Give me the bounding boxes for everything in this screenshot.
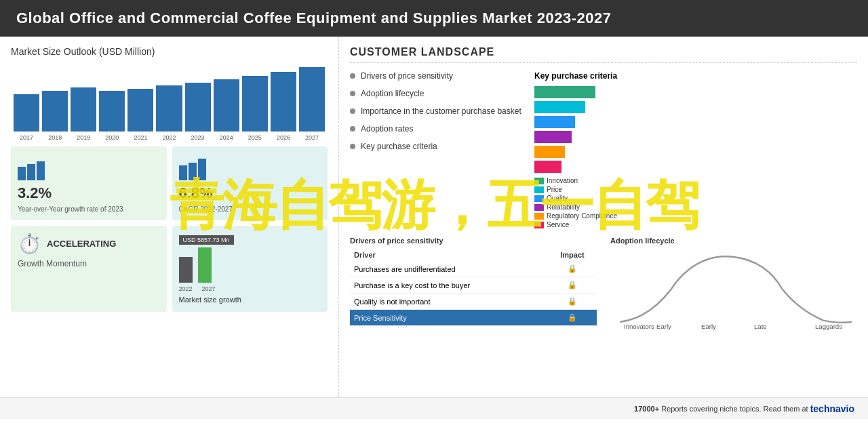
driver-text: Quality is not important bbox=[354, 298, 552, 306]
legend-item-1: Price bbox=[534, 186, 857, 193]
bar-2021 bbox=[127, 89, 153, 132]
bar-2020 bbox=[99, 91, 125, 132]
header-impact: Impact bbox=[552, 251, 593, 259]
driver-text: Purchases are undifferentiated bbox=[354, 265, 552, 273]
criteria-text: Key purchase criteria bbox=[361, 142, 437, 151]
adoption-label-early-majority: Early bbox=[701, 323, 716, 330]
accel-top: ⏱️ ACCELERATING bbox=[18, 233, 116, 255]
year-2022: 2022 bbox=[179, 285, 193, 292]
svg-text:Majority: Majority bbox=[754, 329, 777, 330]
market-box: USD 5857.73 Mn 2022 2027 Market size gro… bbox=[172, 226, 328, 312]
bar-label-2026: 2026 bbox=[271, 134, 296, 141]
impact-lock: 🔒 bbox=[552, 313, 593, 322]
header-driver: Driver bbox=[354, 251, 552, 259]
criteria-item-3: Adoption rates bbox=[350, 124, 526, 134]
adoption-curve: Innovators Early Adopters Early Majority… bbox=[610, 249, 857, 330]
svg-text:Adopters: Adopters bbox=[656, 329, 683, 330]
adoption-label-late-majority: Late bbox=[754, 323, 767, 330]
bar-2023 bbox=[185, 83, 211, 132]
criteria-text: Drivers of price sensitivity bbox=[361, 71, 453, 81]
horiz-bar-price bbox=[534, 101, 585, 113]
bar-label-2023: 2023 bbox=[185, 134, 211, 141]
legend-label: Service bbox=[547, 221, 569, 228]
legend-label: Price bbox=[547, 186, 562, 193]
driver-row-0: Purchases are undifferentiated🔒 bbox=[350, 261, 597, 277]
mini-bar bbox=[179, 165, 187, 180]
legend-label: Regulatory Compliance bbox=[547, 212, 617, 220]
stat-mini-chart-1 bbox=[18, 153, 160, 180]
criteria-item-2: Importance in the customer purchase bask… bbox=[350, 106, 526, 116]
criteria-dot bbox=[350, 73, 355, 79]
legend-label: Innovation bbox=[547, 177, 578, 184]
footer-count: 17000+ Reports covering niche topics. Re… bbox=[634, 405, 808, 413]
legend-item-0: Innovation bbox=[534, 177, 857, 184]
bar-2019 bbox=[71, 87, 96, 132]
customer-header: CUSTOMER LANDSCAPE bbox=[350, 46, 857, 63]
right-panel: CUSTOMER LANDSCAPE Drivers of price sens… bbox=[339, 37, 868, 397]
bar-2024 bbox=[214, 79, 239, 132]
bar-2026 bbox=[271, 72, 296, 132]
impact-lock: 🔒 bbox=[552, 281, 593, 289]
customer-content: Drivers of price sensitivityAdoption lif… bbox=[350, 71, 857, 230]
horiz-bar-innovation bbox=[534, 86, 595, 98]
criteria-item-0: Drivers of price sensitivity bbox=[350, 71, 526, 81]
horiz-bar-quality bbox=[534, 116, 575, 128]
bar-chart bbox=[11, 64, 328, 132]
mini-bar bbox=[18, 167, 26, 180]
driver-text: Price Sensitivity bbox=[354, 314, 552, 322]
bar-2018 bbox=[42, 91, 68, 132]
stats-row: 3.2% Year-over-Year growth rate of 2023 … bbox=[11, 146, 328, 220]
driver-row-2: Quality is not important🔒 bbox=[350, 294, 597, 310]
market-bar-2027 bbox=[198, 247, 212, 283]
speedometer-icon: ⏱️ bbox=[18, 233, 41, 255]
stat-value-yoy: 3.2% bbox=[18, 184, 160, 202]
driver-header: Driver Impact bbox=[350, 249, 597, 261]
stat-label-yoy: Year-over-Year growth rate of 2023 bbox=[18, 205, 160, 214]
adoption-label-innovators: Innovators bbox=[624, 323, 654, 330]
legend-label: Quality bbox=[547, 195, 568, 202]
driver-rows: Purchases are undifferentiated🔒Purchase … bbox=[350, 261, 597, 326]
bar-label-2021: 2021 bbox=[127, 134, 153, 141]
adoption-subtitle: Adoption lifecycle bbox=[610, 237, 857, 245]
market-size-title: Market Size Outlook (USD Million) bbox=[11, 46, 328, 57]
impact-lock: 🔒 bbox=[552, 297, 593, 306]
stat-label-cagr: CAGR 2022-2027 bbox=[179, 205, 321, 214]
bar-label-2024: 2024 bbox=[214, 134, 239, 141]
legend-color-regulatory compliance bbox=[534, 213, 544, 220]
driver-table: Driver Impact Purchases are undifferenti… bbox=[350, 249, 597, 326]
bar-label-2020: 2020 bbox=[99, 134, 125, 141]
impact-lock: 🔒 bbox=[552, 264, 593, 273]
legend-item-4: Regulatory Compliance bbox=[534, 212, 857, 220]
legend-color-service bbox=[534, 222, 544, 228]
stat-mini-chart-2 bbox=[179, 153, 321, 180]
left-panel: Market Size Outlook (USD Million) 201720… bbox=[0, 37, 339, 397]
chart-legend: InnovationPriceQualityRelatabilityRegula… bbox=[534, 177, 857, 228]
page-title: Global Office and Commercial Coffee Equi… bbox=[16, 9, 611, 26]
page-header: Global Office and Commercial Coffee Equi… bbox=[0, 0, 868, 37]
adoption-label-early-adopters: Early bbox=[656, 323, 671, 330]
market-years: 2022 2027 bbox=[179, 285, 321, 292]
driver-text: Purchase is a key cost to the buyer bbox=[354, 281, 552, 289]
horiz-bar-row-0 bbox=[534, 86, 857, 98]
criteria-item-4: Key purchase criteria bbox=[350, 142, 526, 151]
horiz-bar-row-4 bbox=[534, 146, 857, 158]
market-badge: USD 5857.73 Mn bbox=[179, 235, 234, 245]
horiz-bar-service bbox=[534, 161, 561, 173]
stat-box-yoy: 3.2% Year-over-Year growth rate of 2023 bbox=[11, 146, 167, 220]
svg-text:Majority: Majority bbox=[701, 329, 724, 330]
stat-box-cagr: 6.8% CAGR 2022-2027 bbox=[172, 146, 328, 220]
horiz-bar-row-3 bbox=[534, 131, 857, 143]
criteria-text: Importance in the customer purchase bask… bbox=[361, 106, 521, 116]
mini-bar bbox=[27, 164, 35, 180]
stat-value-cagr: 6.8% bbox=[179, 184, 321, 202]
bar-2017 bbox=[14, 94, 39, 132]
bar-label-2022: 2022 bbox=[156, 134, 182, 141]
adoption-label-laggards: Laggards bbox=[815, 323, 842, 330]
footer: 17000+ Reports covering niche topics. Re… bbox=[0, 397, 868, 419]
accel-subtitle: Growth Momentum bbox=[18, 259, 87, 268]
purchase-criteria: Key purchase criteria InnovationPriceQua… bbox=[534, 71, 857, 230]
criteria-dot bbox=[350, 126, 355, 132]
legend-item-3: Relatability bbox=[534, 203, 857, 211]
mini-bar bbox=[37, 161, 45, 180]
criteria-item-1: Adoption lifecycle bbox=[350, 89, 526, 98]
